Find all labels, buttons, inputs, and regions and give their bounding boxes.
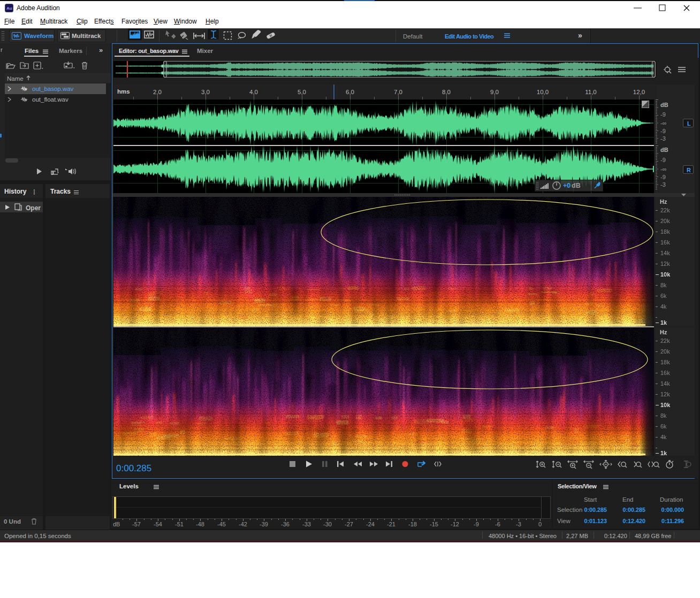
svg-text:6k: 6k — [660, 293, 667, 299]
svg-text:18k: 18k — [660, 359, 670, 365]
svg-text:2,0: 2,0 — [153, 89, 162, 95]
svg-text:-27: -27 — [345, 521, 353, 527]
svg-text:-18: -18 — [408, 521, 417, 527]
svg-text:-9: -9 — [474, 521, 479, 527]
svg-text:-6: -6 — [495, 521, 500, 527]
svg-text:22k: 22k — [660, 207, 670, 213]
svg-text:-9: -9 — [660, 157, 666, 163]
svg-text:-9: -9 — [660, 128, 666, 134]
svg-text:14k: 14k — [660, 250, 670, 256]
svg-text:12,0: 12,0 — [633, 89, 645, 95]
svg-text:-3: -3 — [660, 135, 666, 142]
svg-text:-33: -33 — [302, 521, 311, 527]
svg-text:6k: 6k — [660, 423, 667, 430]
svg-text:-15: -15 — [430, 521, 438, 527]
svg-text:-24: -24 — [366, 521, 375, 527]
svg-text:-9: -9 — [660, 174, 666, 180]
svg-text:-45: -45 — [217, 521, 226, 527]
svg-text:Hz: Hz — [660, 329, 667, 335]
svg-text:10,0: 10,0 — [537, 89, 549, 95]
svg-text:18k: 18k — [660, 228, 670, 235]
svg-text:22k: 22k — [660, 338, 670, 344]
svg-text:4k: 4k — [660, 303, 667, 310]
svg-text:12k: 12k — [660, 260, 670, 267]
svg-text:8k: 8k — [660, 282, 667, 288]
svg-text:-9: -9 — [660, 111, 666, 118]
svg-text:8k: 8k — [660, 412, 667, 419]
svg-text:16k: 16k — [660, 239, 670, 246]
svg-text:16k: 16k — [660, 370, 670, 376]
svg-text:7,0: 7,0 — [394, 89, 402, 95]
svg-text:20k: 20k — [660, 348, 670, 355]
svg-text:20k: 20k — [660, 218, 670, 224]
svg-text:12k: 12k — [660, 391, 670, 397]
svg-text:-3: -3 — [660, 181, 666, 188]
svg-text:-57: -57 — [132, 521, 141, 527]
svg-text:-12: -12 — [451, 521, 459, 527]
svg-text:-39: -39 — [260, 521, 268, 527]
svg-text:-21: -21 — [387, 521, 395, 527]
svg-text:10k: 10k — [660, 402, 671, 408]
svg-text:6,0: 6,0 — [346, 89, 354, 95]
svg-text:-51: -51 — [175, 521, 184, 527]
svg-text:3,0: 3,0 — [201, 89, 210, 95]
svg-text:-42: -42 — [239, 521, 247, 527]
svg-text:-54: -54 — [154, 521, 162, 527]
svg-text:1k: 1k — [660, 450, 667, 456]
svg-text:5,0: 5,0 — [298, 89, 306, 95]
svg-text:10k: 10k — [660, 271, 671, 278]
svg-text:4,0: 4,0 — [249, 89, 258, 95]
svg-text:-3: -3 — [516, 521, 521, 527]
svg-text:9,0: 9,0 — [490, 89, 499, 95]
svg-text:-36: -36 — [281, 521, 290, 527]
svg-text:dB: dB — [113, 521, 120, 527]
svg-text:1k: 1k — [660, 319, 667, 326]
svg-text:0: 0 — [538, 521, 542, 527]
svg-text:-48: -48 — [196, 521, 204, 527]
svg-text:-30: -30 — [323, 521, 332, 527]
svg-text:Hz: Hz — [660, 198, 667, 205]
svg-text:dB: dB — [660, 102, 668, 108]
svg-text:11,0: 11,0 — [585, 89, 597, 95]
svg-text:4k: 4k — [660, 434, 667, 440]
svg-text:14k: 14k — [660, 380, 670, 387]
svg-text:-∞: -∞ — [660, 166, 667, 172]
svg-text:8,0: 8,0 — [442, 89, 451, 95]
svg-text:-∞: -∞ — [660, 120, 667, 126]
svg-text:dB: dB — [660, 147, 668, 153]
